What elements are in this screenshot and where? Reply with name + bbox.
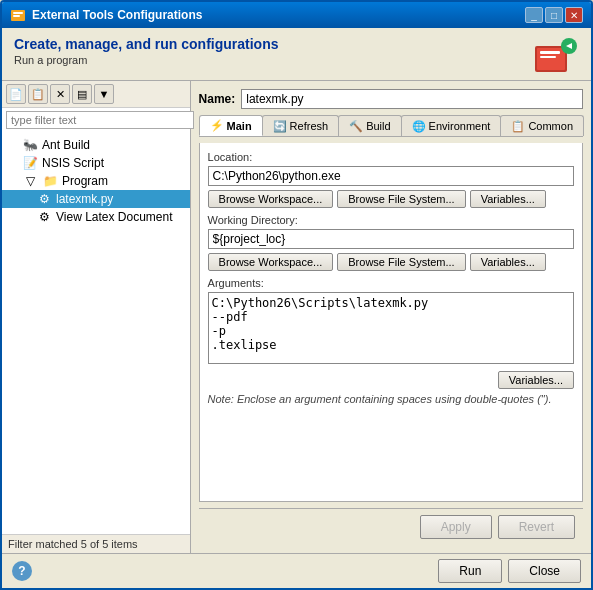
browse-filesystem-btn-2[interactable]: Browse File System... [337,253,465,271]
nsis-icon: 📝 [22,156,38,170]
arguments-note: Note: Enclose an argument containing spa… [208,393,574,405]
tree-item-label: latexmk.py [56,192,113,206]
maximize-button[interactable]: □ [545,7,563,23]
location-input[interactable] [208,166,574,186]
collapse-button[interactable]: ▤ [72,84,92,104]
tab-main-content: Location: Browse Workspace... Browse Fil… [199,143,583,502]
run-button[interactable]: Run [438,559,502,583]
view-latex-icon: ⚙ [36,210,52,224]
browse-filesystem-btn-1[interactable]: Browse File System... [337,190,465,208]
program-icon: 📁 [42,174,58,188]
working-dir-label: Working Directory: [208,214,574,226]
tab-environment[interactable]: 🌐 Environment [401,115,502,136]
left-panel: 📄 📋 ✕ ▤ ▼ 🐜 Ant Build 📝 NSIS Script ▽ [2,81,191,553]
tree-item-label: Ant Build [42,138,90,152]
dropdown-button[interactable]: ▼ [94,84,114,104]
browse-workspace-btn-1[interactable]: Browse Workspace... [208,190,334,208]
tree-item-program[interactable]: ▽ 📁 Program [2,172,190,190]
name-row: Name: [199,89,583,109]
tab-common[interactable]: 📋 Common [500,115,584,136]
tree-item-label: View Latex Document [56,210,173,224]
browse-workspace-btn-2[interactable]: Browse Workspace... [208,253,334,271]
tree-item-nsis-script[interactable]: 📝 NSIS Script [2,154,190,172]
window-title: External Tools Configurations [32,8,519,22]
main-window: External Tools Configurations _ □ ✕ Crea… [0,0,593,590]
variables-btn-1[interactable]: Variables... [470,190,546,208]
window-icon [10,7,26,23]
ant-build-icon: 🐜 [22,138,38,152]
config-tree: 🐜 Ant Build 📝 NSIS Script ▽ 📁 Program ⚙ … [2,132,190,534]
svg-rect-5 [540,51,560,54]
help-button[interactable]: ? [12,561,32,581]
title-bar-buttons: _ □ ✕ [525,7,583,23]
bottom-buttons: Apply Revert [199,508,583,545]
svg-rect-6 [540,56,556,58]
title-bar: External Tools Configurations _ □ ✕ [2,2,591,28]
left-toolbar: 📄 📋 ✕ ▤ ▼ [2,81,190,108]
working-dir-input[interactable] [208,229,574,249]
main-tab-icon: ⚡ [210,119,224,132]
close-button[interactable]: Close [508,559,581,583]
variables-btn-3[interactable]: Variables... [498,371,574,389]
tree-item-ant-build[interactable]: 🐜 Ant Build [2,136,190,154]
env-tab-icon: 🌐 [412,120,426,133]
header-subtitle: Run a program [14,54,279,66]
tab-refresh[interactable]: 🔄 Refresh [262,115,340,136]
copy-config-button[interactable]: 📋 [28,84,48,104]
close-window-button[interactable]: ✕ [565,7,583,23]
new-config-button[interactable]: 📄 [6,84,26,104]
header: Create, manage, and run configurations R… [2,28,591,80]
filter-status: Filter matched 5 of 5 items [2,534,190,553]
delete-config-button[interactable]: ✕ [50,84,70,104]
program-expand-icon: ▽ [22,174,38,188]
location-label: Location: [208,151,574,163]
content-area: 📄 📋 ✕ ▤ ▼ 🐜 Ant Build 📝 NSIS Script ▽ [2,80,591,553]
revert-button[interactable]: Revert [498,515,575,539]
tree-item-latexmk[interactable]: ⚙ latexmk.py [2,190,190,208]
window-footer: ? Run Close [2,553,591,588]
header-icon [531,36,579,76]
build-tab-icon: 🔨 [349,120,363,133]
name-label: Name: [199,92,236,106]
minimize-button[interactable]: _ [525,7,543,23]
tree-item-label: NSIS Script [42,156,104,170]
tabs-row: ⚡ Main 🔄 Refresh 🔨 Build 🌐 Environment 📋 [199,115,583,137]
arguments-label: Arguments: [208,277,574,289]
tree-item-view-latex[interactable]: ⚙ View Latex Document [2,208,190,226]
working-dir-section: Working Directory: Browse Workspace... B… [208,214,574,271]
refresh-tab-icon: 🔄 [273,120,287,133]
right-panel: Name: ⚡ Main 🔄 Refresh 🔨 Build 🌐 [191,81,591,553]
working-dir-btn-row: Browse Workspace... Browse File System..… [208,253,574,271]
footer-buttons: Run Close [438,559,581,583]
latexmk-icon: ⚙ [36,192,52,206]
tab-main[interactable]: ⚡ Main [199,115,263,136]
tab-build[interactable]: 🔨 Build [338,115,401,136]
header-title: Create, manage, and run configurations [14,36,279,52]
tree-item-label: Program [62,174,108,188]
svg-rect-2 [13,15,20,17]
name-input[interactable] [241,89,583,109]
variables-btn-2[interactable]: Variables... [470,253,546,271]
filter-input[interactable] [6,111,194,129]
arguments-section: Arguments: C:\Python26\Scripts\latexmk.p… [208,277,574,493]
svg-rect-1 [13,12,23,14]
location-section: Location: Browse Workspace... Browse Fil… [208,151,574,208]
apply-button[interactable]: Apply [420,515,492,539]
common-tab-icon: 📋 [511,120,525,133]
location-btn-row: Browse Workspace... Browse File System..… [208,190,574,208]
arguments-input[interactable]: C:\Python26\Scripts\latexmk.py --pdf -p … [208,292,574,364]
